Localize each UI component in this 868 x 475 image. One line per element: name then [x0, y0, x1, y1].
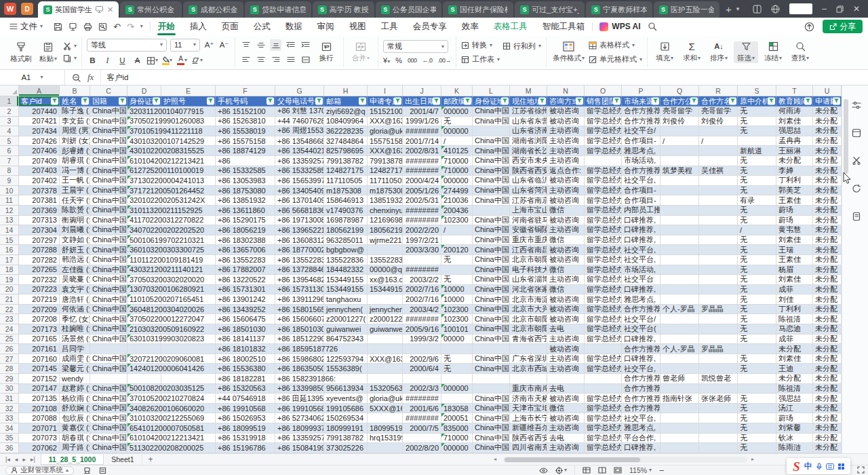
cell[interactable]: +86 1335925706	[275, 156, 324, 166]
cell[interactable]: 207135	[19, 394, 60, 404]
preview-icon[interactable]	[98, 22, 107, 31]
cell[interactable]: 无	[738, 235, 776, 246]
cell[interactable]: 151521001	[368, 107, 403, 117]
first-sheet-icon[interactable]: |◂	[5, 456, 10, 463]
cell[interactable]: 返点合作:	[547, 166, 585, 176]
cell[interactable]: 320721200209060081	[127, 354, 161, 364]
cell[interactable]: 蔚玚	[776, 206, 813, 216]
cell[interactable]: 无	[738, 216, 776, 226]
cell[interactable]: 无	[738, 255, 776, 265]
cell[interactable]: 无	[738, 404, 776, 414]
cell[interactable]: 张张老师	[699, 394, 738, 404]
cell[interactable]: +86 1565399710	[275, 176, 324, 186]
cell[interactable]: 207165	[19, 335, 60, 345]
cell[interactable]: 蔚玚	[776, 216, 813, 226]
cell[interactable]: +86 18056219	[216, 225, 275, 235]
cell[interactable]: z20001227(	[368, 314, 403, 324]
cell[interactable]: 未分配	[813, 216, 842, 226]
cell[interactable]: 留学总经办	[585, 434, 622, 444]
cell[interactable]: 2002/7/16	[403, 294, 441, 305]
cell[interactable]: China中国	[473, 294, 510, 305]
cell[interactable]: 山东省临沂	[510, 176, 547, 186]
cell[interactable]	[660, 216, 699, 226]
column-header-cell[interactable]: 手机号码	[216, 96, 275, 107]
tab-list-caret-icon[interactable]: ▾	[736, 5, 745, 12]
row-number[interactable]: 9	[0, 176, 19, 186]
column-letter[interactable]: Q	[660, 86, 699, 96]
cell[interactable]: 口碑推荐,	[622, 354, 660, 364]
cell[interactable]: 济南市天桥	[510, 394, 547, 404]
cell[interactable]: 未分配	[813, 265, 842, 276]
cell[interactable]: 799138782	[324, 434, 368, 444]
row-number[interactable]: 11	[0, 195, 19, 206]
cell[interactable]: 无	[738, 423, 776, 434]
cell[interactable]	[699, 156, 738, 166]
cell[interactable]: 留学总经办	[585, 146, 622, 156]
cell[interactable]	[660, 275, 699, 285]
cell[interactable]: m1875308	[368, 186, 403, 196]
borders-button[interactable]: ▾	[146, 55, 158, 66]
cell[interactable]: 陕西省西安	[510, 434, 547, 444]
column-header-cell[interactable]: 申请顾	[813, 96, 842, 107]
cell[interactable]: 成菲	[776, 285, 813, 295]
cell[interactable]: 李文茹 (女	[60, 117, 90, 127]
percent-button[interactable]: %	[395, 56, 402, 64]
cell[interactable]: 2003/3/30	[403, 245, 441, 255]
cell[interactable]: 社交平台	[622, 275, 660, 285]
cell[interactable]: 山东省菏泽	[510, 186, 547, 196]
cell[interactable]: 上海市长宁	[510, 413, 547, 423]
row-number[interactable]: 12	[0, 206, 19, 216]
cell[interactable]	[660, 245, 699, 255]
cell[interactable]: 362228235	[324, 126, 368, 136]
cell[interactable]: 留学总经办	[585, 225, 622, 235]
cell[interactable]: 207071	[19, 423, 60, 434]
cell[interactable]: +86 18002510	[216, 354, 275, 364]
cell[interactable]: 陈子逸 (男	[60, 107, 90, 117]
cell[interactable]: 赵君婷 (女	[60, 384, 90, 394]
cell[interactable]: 153205635(	[368, 384, 403, 394]
cell[interactable]: 无	[738, 206, 776, 216]
cell[interactable]: China中国	[473, 245, 510, 255]
cell[interactable]: 180999191	[324, 423, 368, 434]
column-header-cell[interactable]: 父母电话号码	[275, 96, 324, 107]
cell[interactable]	[403, 255, 441, 265]
cell[interactable]: ########	[403, 156, 441, 166]
cell[interactable]: 被动咨询	[547, 394, 585, 404]
cell[interactable]: 153449155	[324, 285, 368, 295]
cell[interactable]: 2002/2/20	[403, 225, 441, 235]
cell[interactable]: 207265	[19, 265, 60, 276]
cell[interactable]: 2005/1/26	[403, 186, 441, 196]
cell[interactable]	[699, 235, 738, 246]
cell[interactable]: 上海市宝山	[510, 206, 547, 216]
cell[interactable]: 广东省深圳	[510, 354, 547, 364]
cell[interactable]: 100101	[441, 324, 473, 335]
column-letter[interactable]: K	[441, 86, 473, 96]
cell[interactable]: 汤江	[776, 404, 813, 414]
cell[interactable]: 未分配	[813, 294, 842, 305]
column-letter[interactable]: I	[368, 86, 403, 96]
copy-button[interactable]: ▾	[63, 54, 77, 62]
cell[interactable]	[699, 404, 738, 414]
cell[interactable]: 153449155	[324, 275, 368, 285]
currency-button[interactable]: ¥▾	[383, 56, 390, 64]
cell[interactable]: 未分配	[813, 443, 842, 453]
row-number[interactable]: 33	[0, 413, 19, 423]
align-center-button[interactable]	[255, 54, 267, 66]
cell[interactable]	[660, 443, 699, 453]
cell[interactable]: 2001/7/14	[403, 136, 441, 147]
cell[interactable]: 未分配	[813, 314, 842, 324]
cell[interactable]: +86 13611860	[216, 206, 275, 216]
cell[interactable]: 153449155	[368, 285, 403, 295]
cell[interactable]: 654101200007050581	[127, 423, 161, 434]
cell[interactable]: 市场活动,	[622, 265, 660, 276]
cell[interactable]: China中国	[90, 216, 127, 226]
filter-dropdown-icon[interactable]	[267, 98, 274, 105]
zoom-out-button[interactable]: −	[659, 466, 665, 475]
menu-tab-页面[interactable]: 页面	[214, 18, 246, 35]
cell[interactable]: 360103200303300725	[127, 245, 161, 255]
decrease-indent-button[interactable]	[285, 39, 296, 51]
cell[interactable]: 207073	[19, 434, 60, 444]
cell[interactable]: 主动咨询	[547, 186, 585, 196]
cell[interactable]: China中国	[90, 285, 127, 295]
cell[interactable]: 留学总经办	[585, 305, 622, 315]
